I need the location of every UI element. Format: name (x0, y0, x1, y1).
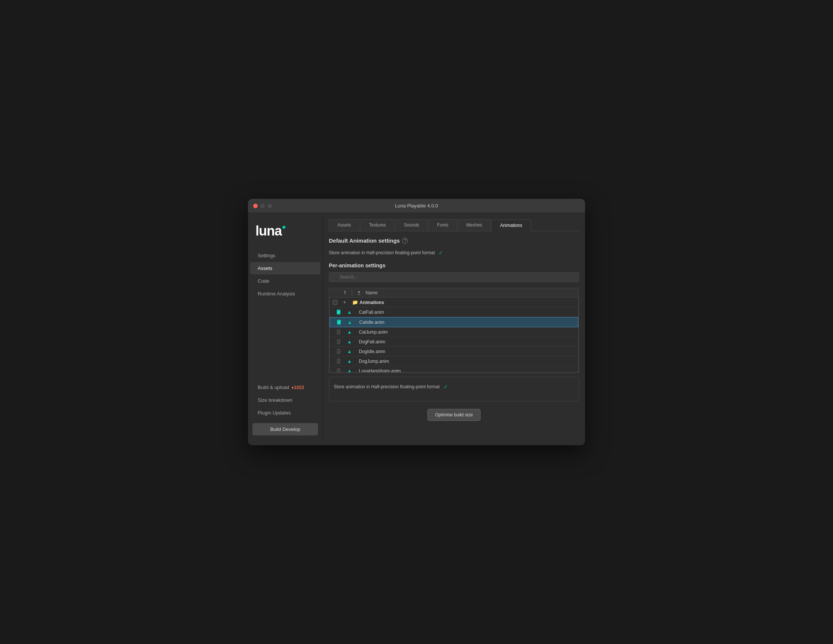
dogfall-icon: ▲ (340, 339, 359, 344)
sidebar-item-settings[interactable]: Settings (250, 249, 320, 262)
bottom-settings-check: ✓ (444, 384, 448, 390)
sidebar-item-code[interactable]: Code (250, 275, 320, 287)
anim-triangle-icon: ▲ (347, 358, 352, 364)
tab-fonts[interactable]: Fonts (428, 219, 457, 231)
build-badge: ●1023 (291, 385, 304, 390)
build-upload-label: Build & upload (258, 384, 289, 390)
animations-folder-row: ▼ 📁 Animations (330, 298, 578, 307)
catidle-icon: ▲ (341, 320, 359, 325)
sidebar-item-plugin-updates[interactable]: Plugin Updates (250, 406, 320, 419)
th-pin-icon (340, 291, 350, 295)
traffic-lights (253, 204, 272, 208)
th-divider (352, 290, 352, 296)
lunahand-icon: ▲ (340, 368, 359, 373)
lunahand-checkbox[interactable] (330, 368, 340, 373)
dogidle-checkbox[interactable] (330, 349, 340, 354)
anim-triangle-icon: ▲ (347, 309, 352, 315)
table-row: ▲ DogJump.anim (330, 357, 578, 366)
tab-assets[interactable]: Assets (329, 219, 360, 231)
table-row: ▲ DogFall.anim (330, 337, 578, 347)
sidebar-bottom: Build & upload ●1023 Size breakdown Plug… (248, 377, 323, 445)
dogjump-icon: ▲ (340, 358, 359, 364)
dogfall-checkbox-box[interactable] (337, 339, 340, 344)
table-row: ▲ CatJump.anim (330, 327, 578, 337)
catfall-checkbox[interactable] (330, 310, 340, 315)
sidebar-item-runtime-analysis[interactable]: Runtime Analysis (250, 287, 320, 300)
catjump-checkbox-box[interactable] (337, 329, 340, 334)
svg-point-0 (344, 291, 346, 292)
logo-dot (282, 226, 285, 229)
dogidle-icon: ▲ (340, 348, 359, 354)
tab-textures[interactable]: Textures (360, 219, 394, 231)
default-settings-label: Store animation in Half-precision floati… (329, 250, 435, 255)
main-content: Assets Textures Sounds Fonts Meshes Anim… (323, 213, 585, 445)
default-settings-check: ✓ (439, 250, 443, 256)
catidle-checkbox[interactable] (330, 320, 341, 324)
sidebar-item-size-breakdown[interactable]: Size breakdown (250, 394, 320, 406)
titlebar: Luna Playable 4.0.0 (248, 199, 585, 213)
default-settings-row: Store animation in Half-precision floati… (329, 247, 579, 258)
help-icon[interactable]: ? (402, 238, 408, 244)
lunahand-checkbox-box[interactable] (337, 368, 340, 373)
sidebar: luna Settings Assets Code Runtime Analys… (248, 213, 323, 445)
search-input[interactable] (329, 272, 579, 282)
dogjump-checkbox-box[interactable] (337, 359, 340, 363)
tab-animations[interactable]: Animations (491, 219, 531, 231)
tab-sounds[interactable]: Sounds (395, 219, 428, 231)
th-person-icon (354, 291, 364, 296)
catjump-icon: ▲ (340, 329, 359, 335)
logo-text: luna (256, 224, 315, 238)
default-settings-title: Default Animation settings (329, 238, 400, 244)
dogfall-name: DogFall.anim (359, 339, 578, 344)
catidle-name: CatIdle.anim (359, 320, 578, 325)
folder-checkbox-box[interactable] (333, 300, 338, 305)
bottom-settings-label: Store animation in Half-precision floati… (334, 384, 440, 389)
logo: luna (248, 220, 323, 249)
table-row: ▲ LunaHandAnim.anim (330, 366, 578, 373)
dogidle-name: DogIdle.anim (359, 349, 578, 354)
animations-folder-label: Animations (360, 300, 384, 305)
anim-triangle-icon: ▲ (347, 320, 352, 325)
table-row: ▲ CatFall.anim (330, 307, 578, 317)
dogfall-checkbox[interactable] (330, 339, 340, 344)
dogjump-name: DogJump.anim (359, 359, 578, 364)
th-name: Name (364, 290, 579, 296)
build-upload-item[interactable]: Build & upload ●1023 (250, 381, 320, 393)
lunahand-name: LunaHandAnim.anim (359, 368, 578, 373)
animation-table: Name ▼ 📁 Animati (329, 288, 579, 373)
default-settings-section: Default Animation settings ? (329, 238, 579, 244)
window-title: Luna Playable 4.0.0 (395, 203, 438, 209)
tabs-bar: Assets Textures Sounds Fonts Meshes Anim… (329, 219, 579, 231)
svg-point-2 (358, 291, 360, 293)
app-body: luna Settings Assets Code Runtime Analys… (248, 213, 585, 445)
table-header: Name (329, 288, 579, 298)
minimize-button[interactable] (260, 204, 265, 208)
search-wrapper: 🔍 (329, 272, 579, 285)
table-row[interactable]: ▲ CatIdle.anim (330, 317, 578, 327)
catfall-icon: ▲ (340, 309, 359, 315)
optimise-build-size-button[interactable]: Optimise build size (427, 409, 481, 421)
app-window: Luna Playable 4.0.0 luna Settings Assets… (248, 199, 585, 445)
maximize-button[interactable] (267, 204, 272, 208)
catjump-checkbox[interactable] (330, 329, 340, 334)
folder-chevron-icon: ▼ (343, 300, 346, 304)
anim-triangle-icon: ▲ (347, 348, 352, 354)
folder-icon: 📁 (352, 300, 358, 305)
tab-meshes[interactable]: Meshes (458, 219, 490, 231)
bottom-settings: Store animation in Half-precision floati… (329, 377, 579, 401)
build-develop-button[interactable]: Build Develop (252, 423, 318, 435)
dogjump-checkbox[interactable] (330, 359, 340, 363)
dogidle-checkbox-box[interactable] (337, 349, 340, 354)
close-button[interactable] (253, 204, 258, 208)
anim-triangle-icon: ▲ (347, 329, 352, 335)
sidebar-item-assets[interactable]: Assets (250, 262, 320, 275)
anim-triangle-icon: ▲ (347, 368, 352, 373)
animation-list: ▼ 📁 Animations ▲ (329, 298, 579, 373)
catfall-name: CatFall.anim (359, 310, 578, 315)
nav-items: Settings Assets Code Runtime Analysis (248, 249, 323, 377)
table-row: ▲ DogIdle.anim (330, 347, 578, 357)
bottom-settings-row: Store animation in Half-precision floati… (334, 382, 574, 392)
anim-triangle-icon: ▲ (347, 339, 352, 344)
catjump-name: CatJump.anim (359, 329, 578, 335)
folder-checkbox[interactable] (330, 300, 340, 305)
